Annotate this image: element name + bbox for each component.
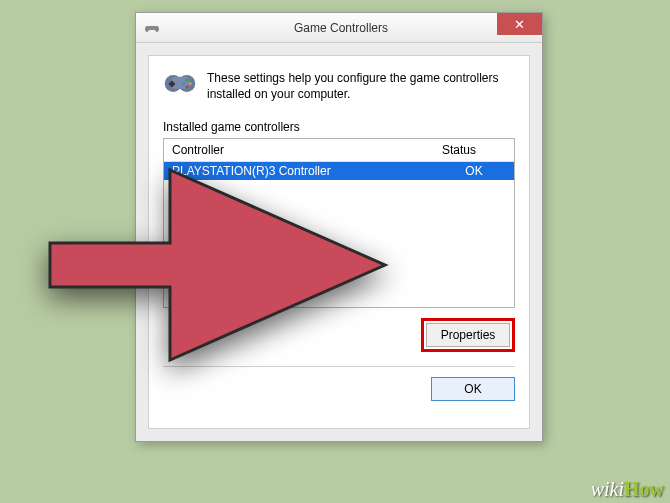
ok-button[interactable]: OK [431,377,515,401]
row-status: OK [434,162,514,180]
header-status[interactable]: Status [434,139,514,161]
properties-button[interactable]: Properties [426,323,510,347]
controller-title-icon [144,20,160,36]
gamepad-icon [163,70,197,96]
svg-point-6 [185,86,188,89]
svg-rect-4 [169,83,175,86]
info-text: These settings help you configure the ga… [207,70,515,102]
game-controllers-dialog: Game Controllers ✕ These settings help y… [135,12,543,442]
watermark: wikiHow [591,478,664,501]
list-label: Installed game controllers [163,120,515,134]
svg-point-5 [185,79,188,82]
close-button[interactable]: ✕ [497,13,542,35]
titlebar: Game Controllers ✕ [136,13,542,43]
window-title: Game Controllers [160,21,542,35]
properties-highlight: Properties [421,318,515,352]
button-row-1: Advanced... Properties [163,318,515,352]
list-header: Controller Status [164,139,514,162]
controller-listbox[interactable]: Controller Status PLAYSTATION(R)3 Contro… [163,138,515,308]
header-controller[interactable]: Controller [164,139,434,161]
list-row[interactable]: PLAYSTATION(R)3 Controller OK [164,162,514,180]
dialog-divider: OK [163,366,515,401]
watermark-wiki: wiki [591,478,624,500]
row-controller-name: PLAYSTATION(R)3 Controller [164,162,434,180]
svg-point-8 [189,82,192,85]
watermark-how: How [624,478,664,500]
svg-point-7 [182,82,185,85]
info-row: These settings help you configure the ga… [163,70,515,102]
main-panel: These settings help you configure the ga… [148,55,530,429]
